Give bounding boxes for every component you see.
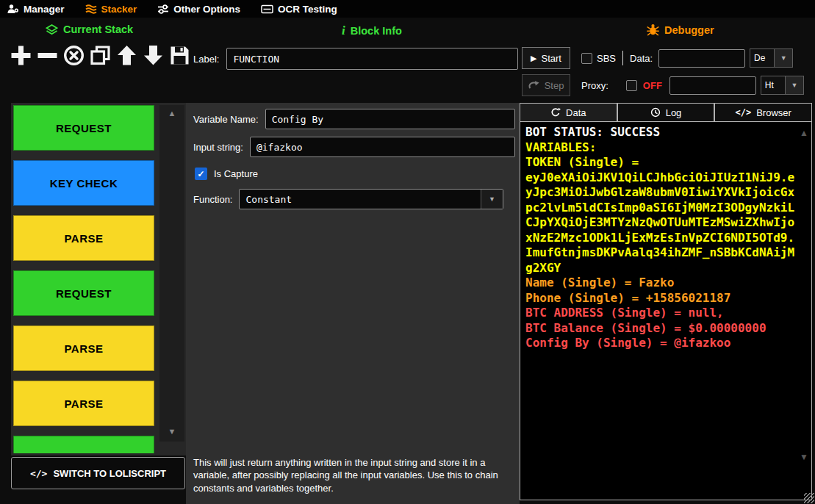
input-string-row: Input string: — [193, 137, 515, 157]
menu-label-ocr-testing: OCR Testing — [278, 4, 337, 15]
debugger-controls-row1: ▶ Start SBS Data: De ▼ — [522, 46, 813, 70]
proxy-label: Proxy: — [581, 80, 608, 91]
menu-item-manager[interactable]: Manager — [7, 4, 65, 15]
check-icon: ✓ — [197, 169, 204, 179]
start-button-label: Start — [542, 53, 561, 64]
debugger-panel: Data Log </> Browser BOT STATUS: SUCCESS… — [520, 103, 812, 500]
stack-block-list: REQUEST KEY CHECK PARSE REQUEST PARSE PA… — [13, 105, 154, 453]
tab-log[interactable]: Log — [617, 103, 715, 122]
data-input[interactable] — [658, 49, 745, 68]
sbs-checkbox[interactable] — [581, 53, 592, 64]
stacker-icon — [85, 4, 97, 15]
bug-icon — [647, 24, 659, 36]
debugger-header: Debugger — [647, 24, 714, 36]
history-clock-icon — [650, 107, 661, 118]
stack-scrollbar[interactable]: ▲ ▼ — [159, 105, 184, 442]
minus-icon — [36, 44, 59, 67]
input-string-input[interactable] — [250, 137, 515, 157]
clear-stack-button[interactable] — [62, 43, 86, 68]
scroll-up-icon[interactable]: ▲ — [800, 128, 808, 138]
scroll-down-icon[interactable]: ▼ — [168, 427, 176, 436]
stack-block[interactable]: PARSE — [13, 325, 154, 371]
btc-address-line: BTC ADDRESS (Single) = null, — [525, 306, 795, 321]
scroll-up-icon[interactable]: ▲ — [168, 109, 176, 118]
ocr-icon — [261, 4, 273, 15]
stack-block[interactable]: PARSE — [13, 215, 154, 261]
remove-block-button[interactable] — [35, 43, 60, 68]
block-description: This will just return anything written i… — [193, 456, 514, 495]
copy-icon — [89, 44, 112, 67]
scroll-down-icon[interactable]: ▼ — [800, 452, 808, 462]
start-button[interactable]: ▶ Start — [522, 47, 570, 69]
is-capture-checkbox[interactable]: ✓ — [195, 168, 207, 180]
token-variable-line: TOKEN (Single) = eyJ0eXAiOiJKV1QiLCJhbGc… — [525, 155, 795, 276]
function-row: Function: Constant ▼ — [193, 189, 515, 209]
layers-icon — [46, 24, 58, 35]
switch-to-loliscript-button[interactable]: </> SWITCH TO LOLISCRIPT — [11, 457, 185, 489]
code-icon: </> — [735, 107, 751, 118]
menu-label-other-options: Other Options — [173, 4, 240, 15]
step-button[interactable]: Step — [522, 74, 570, 96]
data-label: Data: — [630, 53, 653, 64]
stack-block[interactable]: PARSE — [13, 381, 154, 426]
tab-data[interactable]: Data — [520, 103, 617, 122]
tab-browser-label: Browser — [756, 107, 791, 118]
name-variable-line: Name (Single) = Fazko — [525, 276, 795, 291]
input-string-label: Input string: — [193, 142, 243, 153]
proxy-type-dropdown[interactable]: Ht ▼ — [761, 76, 804, 95]
stack-block[interactable]: KEY CHECK — [13, 160, 154, 206]
info-icon: i — [342, 24, 345, 38]
wordlist-type-dropdown[interactable]: De ▼ — [750, 48, 793, 68]
menu-label-stacker: Stacker — [101, 4, 137, 15]
save-config-button[interactable] — [168, 43, 192, 68]
proxy-type-value: Ht — [761, 76, 786, 95]
step-button-label: Step — [545, 80, 564, 91]
variable-name-input[interactable] — [265, 109, 515, 129]
block-info-panel: Variable Name: Input string: ✓ Is Captur… — [186, 103, 520, 504]
menu-item-stacker[interactable]: Stacker — [85, 4, 137, 15]
tab-log-label: Log — [666, 107, 682, 118]
wordlist-type-value: De — [750, 48, 775, 68]
stack-block[interactable]: REQUEST — [13, 105, 154, 151]
move-down-button[interactable] — [141, 43, 165, 68]
btc-balance-line: BTC Balance (Single) = $0.00000000 — [525, 321, 795, 336]
stack-block[interactable]: REQUEST — [13, 270, 154, 316]
stack-toolbar — [9, 43, 192, 68]
is-capture-row: ✓ Is Capture — [195, 168, 515, 180]
play-icon: ▶ — [531, 54, 536, 63]
step-arrow-icon — [528, 80, 540, 90]
arrow-down-icon — [142, 44, 165, 67]
stack-block[interactable]: REQUEST — [13, 436, 154, 453]
resize-grip[interactable] — [804, 493, 814, 503]
save-icon — [168, 44, 191, 67]
block-label-input[interactable] — [226, 48, 518, 70]
sbs-label: SBS — [597, 53, 616, 64]
top-menubar: Manager Stacker Other Options OCR Testin… — [0, 0, 815, 18]
function-dropdown[interactable]: Constant ▼ — [239, 189, 503, 209]
clone-block-button[interactable] — [88, 43, 112, 68]
chevron-down-icon[interactable]: ▼ — [786, 76, 804, 95]
variables-header-line: VARIABLES: — [525, 140, 795, 156]
proxy-input[interactable] — [669, 76, 756, 95]
menu-label-manager: Manager — [24, 4, 65, 15]
separator — [622, 51, 623, 65]
add-block-button[interactable] — [9, 43, 33, 68]
debugger-log-area[interactable]: BOT STATUS: SUCCESS VARIABLES: TOKEN (Si… — [520, 122, 812, 500]
tab-data-label: Data — [566, 107, 586, 118]
debugger-controls-row2: Step Proxy: OFF Ht ▼ — [522, 73, 813, 97]
config-by-line: Config By (Single) = @ifazkoo — [525, 336, 795, 351]
proxy-status: OFF — [643, 80, 662, 91]
proxy-checkbox[interactable] — [626, 80, 637, 91]
menu-item-other-options[interactable]: Other Options — [157, 4, 240, 15]
chevron-down-icon[interactable]: ▼ — [775, 48, 793, 68]
tab-browser[interactable]: </> Browser — [714, 103, 812, 122]
chevron-down-icon[interactable]: ▼ — [481, 190, 503, 209]
is-capture-label: Is Capture — [214, 168, 258, 179]
refresh-icon — [550, 107, 561, 118]
move-up-button[interactable] — [115, 43, 139, 68]
debugger-title: Debugger — [664, 24, 714, 36]
arrow-up-icon — [115, 44, 138, 67]
menu-item-ocr-testing[interactable]: OCR Testing — [261, 4, 337, 15]
block-label-caption: Label: — [193, 54, 219, 65]
variable-name-label: Variable Name: — [193, 114, 259, 125]
